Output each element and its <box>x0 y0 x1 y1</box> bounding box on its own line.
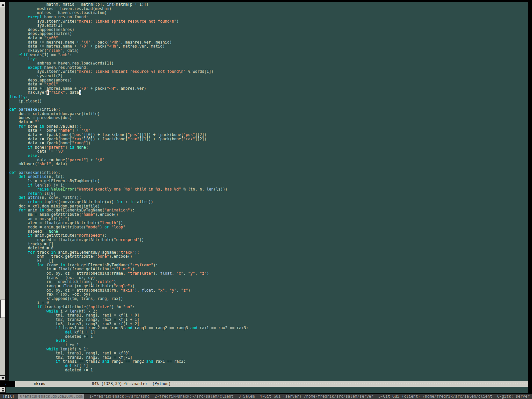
scrollbar-down-button[interactable] <box>0 375 6 381</box>
code-segment: , <box>195 271 200 276</box>
code-segment: "mode" <box>86 225 100 229</box>
code-line[interactable]: data += bone["parent"] + '\0' <box>9 158 528 162</box>
code-line[interactable]: data += ambres.name + '\0' + pack("<H", … <box>9 86 528 91</box>
scrollbar-thumb[interactable] <box>0 300 5 318</box>
code-line[interactable]: deps.append(meshres) <box>9 28 528 32</box>
code-segment: % (tn, n, <box>181 187 207 192</box>
code-segment: ] + <box>86 158 95 162</box>
code-segment: , <box>172 271 177 276</box>
code-line[interactable]: mklayer("rlink", data) <box>9 49 528 53</box>
code-segment: ): <box>130 208 135 212</box>
code-segment: mklayer( <box>9 162 37 166</box>
taskbar-window-item[interactable]: 4-Git Gui (server) /home/fredrik/src/sal… <box>260 394 373 399</box>
taskbar-window-item[interactable]: 0*emacs@shack.dolda2000.com <box>18 394 84 399</box>
code-line[interactable]: finally: <box>9 95 528 99</box>
code-segment: ] <box>65 145 70 150</box>
minibuffer-scroll-spinner[interactable] <box>0 387 6 393</box>
code-line[interactable]: nm = anim.getAttribute("name").encode() <box>9 212 528 217</box>
code-line[interactable]: sys.exit(2) <box>9 74 528 78</box>
code-segment: , data <box>65 90 79 95</box>
code-line[interactable]: sys.stderr.write("mkres: linked sprite r… <box>9 19 528 24</box>
modeline-gap <box>15 381 34 386</box>
code-segment: "mkres: linked ambient resource %s not f… <box>76 69 186 74</box>
code-segment: and <box>191 326 198 330</box>
modeline-dashes: ----------------------------------------… <box>171 381 528 386</box>
code-segment: ).encode() <box>95 212 118 217</box>
code-segment: len <box>206 187 213 192</box>
code-segment: "parent" <box>67 158 86 162</box>
code-line[interactable]: deps.append(ambres) <box>9 78 528 82</box>
code-segment: : <box>86 145 88 150</box>
code-line[interactable]: def parseskan(infile): <box>9 171 528 175</box>
taskbar-window-item[interactable]: 5-Git Gui (client) /home/fredrik/src/sal… <box>378 394 492 399</box>
modeline: --:--- mkres 84% (1328,39) Git:master (P… <box>0 381 528 387</box>
code-segment: )) <box>139 237 144 242</box>
code-line[interactable]: return ls[0] <box>9 192 528 196</box>
minibuffer[interactable] <box>6 387 528 393</box>
modeline-prefix: --:--- <box>0 381 15 387</box>
emacs-frame: matnm, matid = matnm[:p], int(matnm[p + … <box>0 0 532 399</box>
code-line[interactable]: data = "" <box>9 120 528 124</box>
code-segment: float <box>160 271 172 276</box>
code-line[interactable]: nspeed = float(anim.getAttribute("normsp… <box>9 238 528 242</box>
code-segment: "normspeed" <box>114 237 139 242</box>
modeline-gap <box>46 381 92 386</box>
code-segment: in <box>130 200 135 204</box>
code-segment: "axis" <box>121 288 135 293</box>
code-segment: None <box>76 145 86 150</box>
editor-text[interactable]: matnm, matid = matnm[:p], int(matnm[p + … <box>9 2 528 381</box>
taskbar-window-item[interactable]: 1-fredrik@shack:~/src/ashd <box>89 394 149 399</box>
code-segment: "rax" <box>128 137 139 141</box>
code-segment: "z" <box>200 271 206 276</box>
code-segment: "rlink" <box>49 90 65 95</box>
code-line[interactable]: data += matres.name + '\0' + pack("<Hh",… <box>9 44 528 49</box>
code-line[interactable] <box>9 103 528 107</box>
code-segment: , <box>165 288 170 293</box>
modeline-info: 84% (1328,39) Git:master (Python) <box>92 381 171 386</box>
code-line[interactable]: if bone["parent"] is None: <box>9 145 528 150</box>
code-line[interactable]: deps.append(matres) <box>9 32 528 36</box>
taskbar-window-item[interactable]: 6-gitk: server <box>497 394 530 399</box>
scrollbar-up-button[interactable] <box>0 2 6 7</box>
code-line[interactable]: elif words[1] == "amb": <box>9 53 528 57</box>
code-line[interactable]: else: <box>9 338 528 343</box>
code-line[interactable]: sys.exit(2) <box>9 23 528 28</box>
code-segment: rax1 == rax2 == rax3: <box>197 326 248 330</box>
code-line[interactable]: tracks = [] <box>9 242 528 246</box>
code-segment: , <box>177 288 181 293</box>
code-segment: (ls))) <box>213 187 227 192</box>
code-segment: or <box>104 225 109 229</box>
taskbar-group-label[interactable]: [nil] <box>3 394 14 399</box>
code-segment: : <box>70 53 72 57</box>
code-line[interactable]: maklayer("rlink", data) <box>9 90 528 95</box>
code-line[interactable]: mode = anim.getAttribute("mode") or "loo… <box>9 225 528 229</box>
code-line[interactable]: raise ValueError("Wanted exactly one `%s… <box>9 187 528 192</box>
code-segment: "<H" <box>107 86 116 91</box>
code-line[interactable]: bones = parsebones(doc) <box>9 116 528 120</box>
code-segment: ), <box>153 271 160 276</box>
code-segment: ).encode() <box>109 254 132 259</box>
code-segment: (anim.getAttribute( <box>70 237 114 242</box>
code-line[interactable] <box>9 166 528 171</box>
code-line[interactable]: doc = xml.dom.minidom.parse(infile) <box>9 112 528 116</box>
arrow-up-icon <box>1 4 5 6</box>
code-segment: ( <box>47 90 49 95</box>
scrollbar-track[interactable] <box>0 2 5 381</box>
code-line[interactable]: ls = n.getElementsByTagName(tn) <box>9 179 528 183</box>
code-segment: for <box>116 200 123 204</box>
code-line[interactable]: kf.append((tm, trans, rang, rax)) <box>9 297 528 301</box>
modeline-buffer-name[interactable]: mkres <box>34 381 46 386</box>
code-line[interactable]: bnm = track.getAttribute("bone").encode(… <box>9 254 528 259</box>
taskbar-window-item[interactable]: 2-fredrik@shack:~/src/salem/client <box>155 394 233 399</box>
code-segment: "z" <box>181 288 188 293</box>
code-line[interactable]: deleted += 1 <box>9 334 528 339</box>
code-line[interactable]: sys.stderr.write("mkres: linked ambient … <box>9 69 528 74</box>
code-line[interactable]: deleted += 1 <box>9 368 528 372</box>
code-segment: and <box>125 326 132 330</box>
taskbar-window-item[interactable]: 3+Salem <box>238 394 255 399</box>
code-line[interactable]: data += '\0' <box>9 149 528 154</box>
code-line[interactable]: mklayer("skel", data) <box>9 162 528 166</box>
code-segment: "bone" <box>95 254 109 259</box>
code-line[interactable]: ip.close() <box>9 99 528 103</box>
modeline-bar[interactable]: mkres 84% (1328,39) Git:master (Python)-… <box>15 381 528 387</box>
